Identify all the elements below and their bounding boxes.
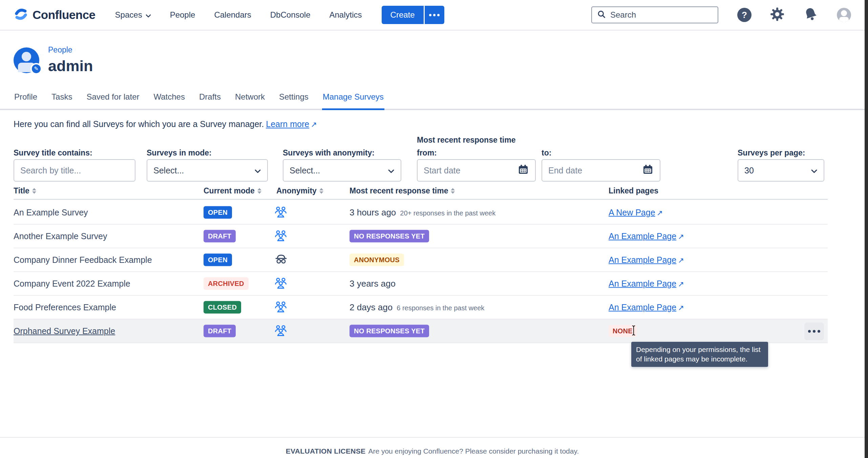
linked-page-cell: An Example Page↗	[609, 255, 684, 265]
survey-title-link[interactable]: Food Preferences Example	[14, 303, 116, 312]
confluence-logo-icon	[14, 7, 28, 23]
external-link-icon: ↗	[678, 304, 684, 312]
tab-settings[interactable]: Settings	[278, 90, 309, 110]
notifications-button[interactable]	[803, 6, 819, 23]
end-date-field[interactable]	[542, 159, 660, 182]
response-time-cell: 2 days ago 6 responses in the past week	[350, 302, 484, 313]
linked-page-link[interactable]: An Example Page	[609, 231, 676, 241]
table-row-hovered: Orphaned Survey Example DRAFT NO RESPONS…	[14, 319, 828, 343]
tab-manage-surveys[interactable]: Manage Surveys	[322, 90, 384, 110]
survey-title-link[interactable]: An Example Survey	[14, 208, 88, 217]
filter-anonymity-label: Surveys with anonymity:	[283, 148, 375, 158]
column-header-title[interactable]: Title	[14, 186, 36, 195]
confluence-manage-surveys-page: Confluence Spaces People Calendars DbCon…	[0, 0, 868, 458]
no-responses-badge: NO RESPONSES YET	[350, 325, 429, 337]
start-date-input[interactable]	[424, 166, 517, 175]
start-date-field[interactable]	[417, 159, 536, 182]
column-header-linked-pages: Linked pages	[609, 186, 658, 195]
mode-badge: OPEN	[204, 254, 232, 266]
external-link-icon: ↗	[657, 209, 663, 217]
nav-item-people[interactable]: People	[170, 10, 195, 20]
surveys-per-page-select[interactable]: 30	[738, 159, 824, 182]
tab-drafts[interactable]: Drafts	[198, 90, 221, 110]
linked-page-cell: NONE	[609, 325, 637, 337]
window-scrollbar-edge[interactable]	[865, 0, 868, 458]
column-header-most-recent-response-time[interactable]: Most recent response time	[350, 186, 455, 195]
survey-title-link[interactable]: Company Dinner Feedback Example	[14, 255, 152, 265]
evaluation-license-label: EVALUATION LICENSE	[286, 447, 366, 455]
linked-page-link[interactable]: An Example Page	[609, 303, 676, 312]
group-anonymity-icon	[274, 229, 288, 244]
nav-item-spaces[interactable]: Spaces	[115, 10, 151, 20]
external-link-icon: ↗	[678, 232, 684, 241]
tab-watches[interactable]: Watches	[153, 90, 185, 110]
create-more-button[interactable]	[425, 6, 444, 24]
learn-more-link[interactable]: Learn more	[266, 119, 309, 129]
sort-icon	[257, 188, 261, 194]
tab-saved-for-later[interactable]: Saved for later	[86, 90, 140, 110]
profile-tabs: Profile Tasks Saved for later Watches Dr…	[0, 90, 865, 110]
page-footer: EVALUATION LICENSEAre you enjoying Confl…	[0, 437, 865, 455]
response-time-cell: 3 years ago	[350, 278, 396, 289]
survey-title-link[interactable]: Company Event 2022 Example	[14, 279, 130, 289]
global-search[interactable]	[591, 6, 718, 23]
calendar-icon[interactable]	[517, 164, 529, 177]
tab-profile[interactable]: Profile	[14, 90, 38, 110]
breadcrumb-people-link[interactable]: People	[48, 45, 93, 55]
calendar-icon[interactable]	[642, 164, 654, 177]
response-time-cell: NO RESPONSES YET	[350, 230, 429, 243]
profile-avatar[interactable]: ✎	[14, 47, 39, 73]
nav-item-calendars[interactable]: Calendars	[214, 10, 251, 20]
external-link-icon: ↗	[678, 256, 684, 265]
profile-header: ✎ People admin	[14, 45, 93, 75]
footer-text: Are you enjoying Confluence? Please cons…	[368, 447, 579, 455]
linked-page-link[interactable]: An Example Page	[609, 279, 676, 288]
confluence-logo[interactable]: Confluence	[14, 7, 96, 23]
surveys-per-page-label: Surveys per page:	[738, 148, 805, 158]
anonymous-badge: ANONYMOUS	[350, 254, 404, 266]
linked-page-link[interactable]: A New Page	[609, 208, 655, 217]
help-button[interactable]: ?	[737, 8, 751, 22]
title-filter-input[interactable]	[20, 166, 129, 175]
survey-title-link[interactable]: Another Example Survey	[14, 231, 107, 241]
create-button[interactable]: Create	[382, 6, 424, 24]
settings-button[interactable]	[770, 7, 785, 23]
linked-page-link[interactable]: An Example Page	[609, 255, 676, 265]
search-input[interactable]	[610, 10, 713, 20]
topbar-icon-group: ?	[737, 6, 851, 23]
column-header-current-mode[interactable]: Current mode	[204, 186, 261, 195]
help-icon: ?	[737, 8, 751, 22]
sort-icon	[319, 188, 323, 194]
chevron-down-icon	[388, 166, 395, 175]
user-menu-button[interactable]	[837, 8, 851, 22]
end-date-input[interactable]	[548, 166, 642, 175]
survey-title-link[interactable]: Orphaned Survey Example	[14, 326, 115, 336]
mode-badge: ARCHIVED	[204, 277, 249, 290]
response-time-cell: NO RESPONSES YET	[350, 325, 429, 337]
edit-avatar-icon[interactable]: ✎	[30, 63, 42, 75]
group-anonymity-icon	[274, 205, 288, 220]
gear-icon	[770, 7, 785, 23]
intro-text: Here you can find all Surveys for which …	[14, 119, 317, 129]
chevron-down-icon	[146, 10, 151, 20]
title-filter-field	[14, 159, 135, 182]
nav-item-dbconsole[interactable]: DbConsole	[270, 10, 311, 20]
table-row: An Example Survey OPEN 3 hours ago 20+ r…	[14, 201, 828, 225]
primary-nav: Spaces People Calendars DbConsole Analyt…	[115, 10, 362, 20]
mode-badge: OPEN	[204, 206, 232, 219]
mode-badge: DRAFT	[204, 325, 236, 337]
nav-item-analytics[interactable]: Analytics	[330, 10, 362, 20]
column-header-anonymity[interactable]: Anonymity	[276, 186, 323, 195]
tab-network[interactable]: Network	[234, 90, 266, 110]
linked-page-cell: An Example Page↗	[609, 303, 684, 312]
anonymity-filter-select[interactable]: Select...	[283, 159, 401, 182]
tab-tasks[interactable]: Tasks	[51, 90, 73, 110]
text-cursor-icon	[631, 325, 636, 339]
mode-filter-select[interactable]: Select...	[147, 159, 268, 182]
linked-page-cell: An Example Page↗	[609, 231, 684, 241]
table-row: Food Preferences Example CLOSED 2 days a…	[14, 296, 828, 319]
mode-badge: DRAFT	[204, 230, 236, 243]
search-icon	[597, 9, 606, 20]
row-actions-button[interactable]	[804, 322, 824, 340]
external-link-icon: ↗	[311, 120, 317, 129]
